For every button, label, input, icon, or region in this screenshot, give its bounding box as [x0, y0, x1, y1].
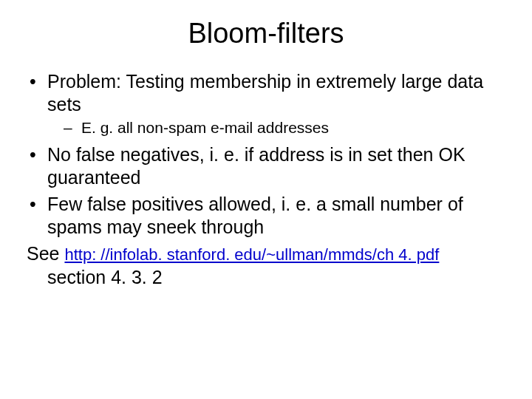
slide-title: Bloom-filters	[27, 18, 505, 50]
reference-link[interactable]: http: //infolab. stanford. edu/~ullman/m…	[64, 245, 439, 264]
bullet-list: Problem: Testing membership in extremely…	[27, 70, 505, 238]
bullet-item-2: No false negatives, i. e. if address is …	[27, 143, 505, 188]
section-line: section 4. 3. 2	[27, 266, 505, 289]
see-line: See http: //infolab. stanford. edu/~ullm…	[27, 242, 505, 265]
sub-bullet-list: E. g. all non-spam e-mail addresses	[47, 118, 505, 137]
bullet-item-3: Few false positives allowed, i. e. a sma…	[27, 193, 505, 238]
bullet-text: No false negatives, i. e. if address is …	[47, 144, 466, 188]
sub-bullet-text: E. g. all non-spam e-mail addresses	[81, 119, 329, 136]
bullet-text: Problem: Testing membership in extremely…	[47, 71, 483, 115]
bullet-item-1: Problem: Testing membership in extremely…	[27, 70, 505, 137]
sub-bullet-item-1: E. g. all non-spam e-mail addresses	[62, 118, 505, 137]
section-text: section 4. 3. 2	[47, 267, 163, 287]
slide: Bloom-filters Problem: Testing membershi…	[0, 0, 532, 399]
bullet-text: Few false positives allowed, i. e. a sma…	[47, 194, 463, 237]
see-prefix: See	[27, 243, 64, 264]
